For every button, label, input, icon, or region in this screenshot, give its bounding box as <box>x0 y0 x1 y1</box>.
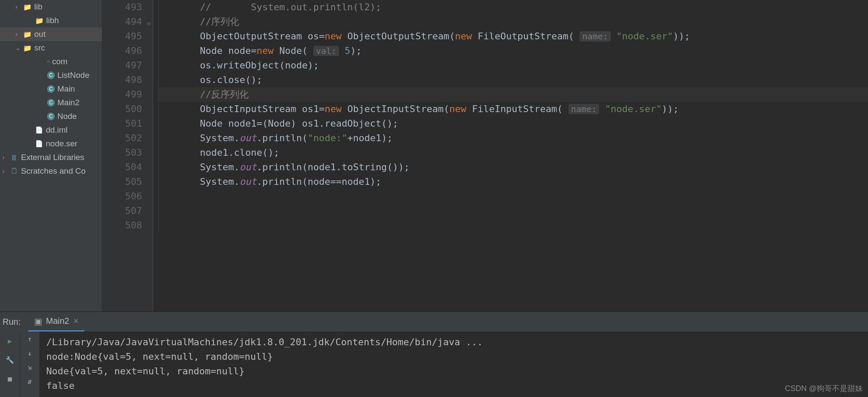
code-token: ObjectInputStream( <box>342 104 449 114</box>
folder-icon: 📁 <box>23 44 32 52</box>
line-number: 494 <box>102 15 142 29</box>
line-gutter: ⊖ 49349449549649749849950050150250350450… <box>102 0 153 311</box>
line-number: 504 <box>102 160 142 175</box>
code-token: ); <box>351 45 362 56</box>
tree-item-libh[interactable]: 📁libh <box>0 14 102 27</box>
code-line[interactable]: Node node=new Node( val: 5); <box>158 44 868 58</box>
tree-item-node[interactable]: CNode <box>0 110 102 123</box>
down-icon[interactable]: ↓ <box>28 349 32 357</box>
code-token: name: <box>580 31 610 41</box>
chevron-down-icon[interactable]: ⌄ <box>15 44 23 51</box>
chevron-right-icon[interactable]: › <box>15 31 23 38</box>
tree-item-dd-iml[interactable]: 📄dd.iml <box>0 123 102 137</box>
line-number: 508 <box>102 218 142 233</box>
up-icon[interactable]: ↑ <box>28 335 32 343</box>
tree-item-label: Main2 <box>57 98 80 107</box>
layout-icon[interactable]: ⇵ <box>28 377 32 385</box>
tree-item-lib[interactable]: ›📁lib <box>0 0 102 14</box>
code-line[interactable]: os.close(); <box>158 73 868 87</box>
tree-item-label: dd.iml <box>46 125 68 135</box>
chevron-right-icon[interactable]: › <box>15 3 23 10</box>
tree-item-node-ser[interactable]: 📄node.ser <box>0 137 102 151</box>
console-output[interactable]: /Library/Java/JavaVirtualMachines/jdk1.8… <box>39 332 868 397</box>
package-icon: ▫ <box>47 58 50 65</box>
code-line[interactable]: ObjectOutputStream os=new ObjectOutputSt… <box>158 29 868 44</box>
line-number: 498 <box>102 73 142 87</box>
file-icon: 📄 <box>35 140 43 148</box>
code-line[interactable]: System.out.println("node:"+node1); <box>158 131 868 145</box>
export-icon[interactable]: ⇲ <box>28 363 32 371</box>
tree-item-main2[interactable]: CMain2 <box>0 96 102 110</box>
code-token: // System.out.println(l2); <box>200 2 381 12</box>
code-editor[interactable]: ⊖ 49349449549649749849950050150250350450… <box>102 0 868 311</box>
tree-item-label: ListNode <box>57 71 89 80</box>
stop-button[interactable]: ■ <box>4 373 16 385</box>
line-number: 505 <box>102 175 142 189</box>
line-number: 496 <box>102 44 142 58</box>
code-line[interactable]: // System.out.println(l2); <box>158 0 868 15</box>
code-token: os.writeObject(node); <box>200 60 319 71</box>
run-toolbar: ▶ 🔧 ■ <box>0 332 20 397</box>
line-number: 501 <box>102 116 142 131</box>
code-line[interactable]: //序列化 <box>158 15 868 29</box>
tree-item-com[interactable]: ▫com <box>0 55 102 68</box>
run-tab-label: Main2 <box>46 316 69 326</box>
code-line[interactable] <box>158 204 868 218</box>
code-token <box>339 45 345 56</box>
code-token: ObjectInputStream os1= <box>200 104 324 114</box>
tree-item-label: src <box>34 43 45 53</box>
code-area[interactable]: // System.out.println(l2);//序列化ObjectOut… <box>153 0 868 311</box>
tree-item-label: libh <box>46 16 59 25</box>
code-token: .println(node==node1); <box>256 176 381 187</box>
code-token: new <box>324 31 342 41</box>
line-number: 499 <box>102 87 142 102</box>
project-tree[interactable]: ›📁lib📁libh›📁out⌄📁src▫comCListNodeCMainCM… <box>0 0 102 311</box>
code-line[interactable]: node1.clone(); <box>158 145 868 160</box>
code-token: "node.ser" <box>605 104 661 114</box>
tree-item-main[interactable]: CMain <box>0 82 102 96</box>
code-line[interactable] <box>158 189 868 204</box>
run-tab-main2[interactable]: ▣ Main2 × <box>28 312 84 332</box>
code-line[interactable]: System.out.println(node1.toString()); <box>158 160 868 175</box>
tree-item-out[interactable]: ›📁out <box>0 27 102 41</box>
code-token: //反序列化 <box>200 89 249 100</box>
code-token: new <box>455 31 472 41</box>
code-token: node1.clone(); <box>200 147 279 158</box>
close-icon[interactable]: × <box>74 316 79 326</box>
wrench-icon[interactable]: 🔧 <box>4 354 16 366</box>
rerun-button[interactable]: ▶ <box>4 335 16 347</box>
line-number: 502 <box>102 131 142 145</box>
chevron-right-icon[interactable]: › <box>3 168 10 175</box>
tree-item-external-libraries[interactable]: ›⫼External Libraries <box>0 151 102 164</box>
code-token: )); <box>662 104 679 114</box>
code-token <box>599 104 605 114</box>
code-token: new <box>324 104 342 114</box>
code-token: out <box>240 133 257 143</box>
tree-item-scratches-and-co[interactable]: ›🗒Scratches and Co <box>0 164 102 178</box>
code-token: FileInputStream( <box>467 104 568 114</box>
code-token: FileOutputStream( <box>472 31 580 41</box>
code-token: new <box>449 104 467 114</box>
chevron-right-icon[interactable]: › <box>3 154 10 161</box>
code-token: name: <box>568 104 599 114</box>
code-line[interactable]: //反序列化 <box>158 87 868 102</box>
code-token: out <box>240 176 257 187</box>
tree-item-listnode[interactable]: CListNode <box>0 68 102 82</box>
code-token: //序列化 <box>200 16 240 27</box>
code-token: new <box>256 45 273 56</box>
fold-icon[interactable]: ⊖ <box>147 16 151 31</box>
file-icon: 📄 <box>35 126 43 134</box>
code-token: ()); <box>387 162 410 172</box>
tree-item-src[interactable]: ⌄📁src <box>0 41 102 55</box>
line-number: 493 <box>102 0 142 15</box>
tree-item-label: com <box>52 57 68 66</box>
code-token: ObjectOutputStream os= <box>200 31 324 41</box>
code-line[interactable]: Node node1=(Node) os1.readObject(); <box>158 116 868 131</box>
scratch-icon: 🗒 <box>10 166 18 176</box>
code-line[interactable]: System.out.println(node==node1); <box>158 175 868 189</box>
code-line[interactable]: os.writeObject(node); <box>158 58 868 73</box>
tree-item-label: External Libraries <box>21 153 84 162</box>
code-token: .println( <box>256 133 307 143</box>
code-line[interactable] <box>158 218 868 233</box>
code-line[interactable]: ObjectInputStream os1=new ObjectInputStr… <box>158 102 868 116</box>
